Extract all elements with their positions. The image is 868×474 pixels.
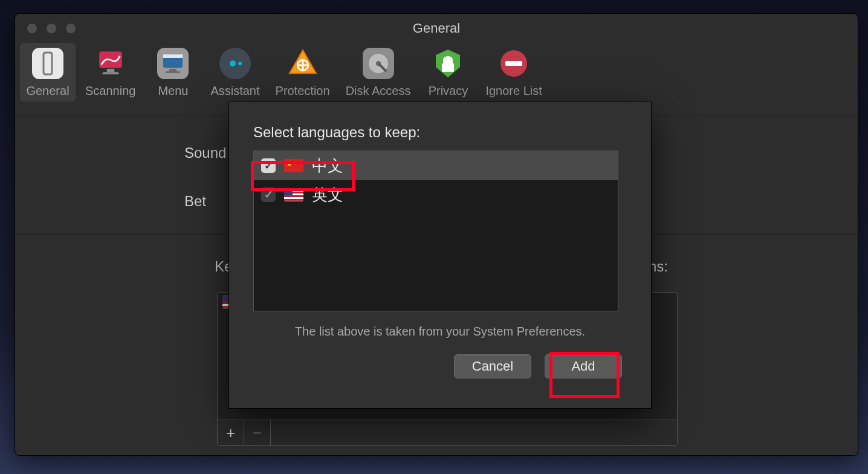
- tab-label: Scanning: [85, 84, 135, 98]
- minimize-window-button[interactable]: [47, 24, 56, 33]
- add-language-button[interactable]: +: [218, 420, 244, 446]
- dialog-hint: The list above is taken from your System…: [229, 325, 651, 339]
- tab-menu[interactable]: Menu: [145, 43, 201, 102]
- checkbox-icon[interactable]: ✓: [261, 187, 276, 202]
- tab-label: Menu: [158, 84, 188, 98]
- tab-label: Assistant: [210, 84, 259, 98]
- disk-access-icon: [363, 48, 394, 79]
- add-button[interactable]: Add: [545, 354, 622, 378]
- protection-icon: [287, 48, 319, 79]
- general-icon: [32, 48, 63, 79]
- svg-rect-2: [106, 69, 114, 72]
- tab-label: Protection: [276, 84, 330, 98]
- svg-rect-6: [169, 69, 177, 71]
- dialog-title: Select languages to keep:: [229, 102, 651, 151]
- tab-ignore-list[interactable]: Ignore List: [479, 43, 548, 102]
- language-row-english[interactable]: ✓ 英文: [254, 180, 618, 209]
- cancel-button[interactable]: Cancel: [454, 354, 531, 378]
- side-labels: Sound Bet: [184, 144, 226, 241]
- tab-protection[interactable]: Protection: [270, 43, 336, 102]
- remove-language-button[interactable]: −: [244, 420, 271, 446]
- assistant-icon: [219, 48, 251, 79]
- titlebar: General: [15, 14, 858, 43]
- svg-rect-7: [166, 71, 180, 73]
- svg-rect-5: [163, 54, 183, 58]
- tab-label: Privacy: [429, 84, 468, 98]
- checkbox-icon[interactable]: ✓: [261, 158, 276, 173]
- traffic-lights: [27, 24, 76, 33]
- flag-cn-icon: [284, 159, 303, 172]
- svg-rect-19: [505, 61, 522, 66]
- svg-rect-0: [44, 53, 52, 74]
- tab-privacy[interactable]: Privacy: [420, 43, 476, 102]
- list-footer: + −: [218, 420, 677, 445]
- window-title: General: [15, 21, 858, 36]
- close-window-button[interactable]: [27, 24, 37, 33]
- dialog-buttons: Cancel Add: [229, 339, 651, 378]
- menu-icon: [157, 48, 189, 79]
- tab-label: Ignore List: [485, 84, 542, 98]
- tab-general[interactable]: General: [20, 43, 76, 102]
- privacy-icon: [432, 48, 464, 79]
- language-row-chinese[interactable]: ✓ 中文: [254, 151, 618, 180]
- tab-scanning[interactable]: Scanning: [79, 43, 141, 102]
- svg-point-8: [230, 60, 236, 67]
- sound-label: Sound: [184, 144, 226, 161]
- beta-label: Bet: [184, 193, 226, 210]
- tab-disk-access[interactable]: Disk Access: [340, 43, 417, 102]
- language-name: 英文: [312, 184, 343, 206]
- svg-rect-3: [102, 72, 118, 74]
- scanning-icon: [95, 48, 126, 79]
- language-list[interactable]: ✓ 中文 ✓ 英文: [253, 151, 618, 311]
- tab-label: General: [26, 84, 69, 98]
- language-name: 中文: [312, 155, 343, 177]
- tab-label: Disk Access: [346, 84, 411, 98]
- tab-assistant[interactable]: Assistant: [204, 43, 265, 102]
- svg-point-9: [238, 62, 242, 65]
- zoom-window-button[interactable]: [66, 24, 76, 33]
- flag-us-icon: [284, 188, 303, 201]
- select-languages-dialog: Select languages to keep: ✓ 中文 ✓ 英文 The …: [228, 102, 652, 409]
- ignore-list-icon: [498, 48, 530, 79]
